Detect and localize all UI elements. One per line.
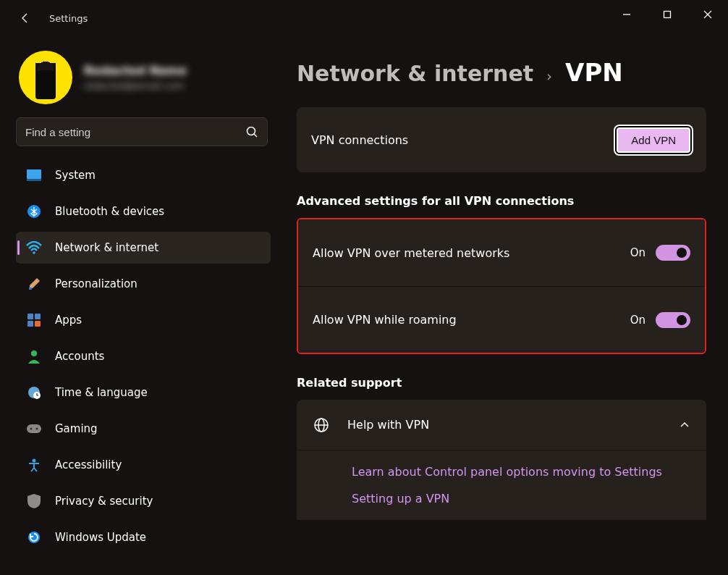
globe-help-icon — [313, 416, 330, 434]
sidebar-item-time-language[interactable]: Time & language — [16, 377, 271, 408]
gamepad-icon — [26, 421, 42, 437]
bluetooth-icon — [26, 203, 42, 219]
breadcrumb-parent[interactable]: Network & internet — [297, 61, 533, 86]
svg-rect-12 — [35, 321, 41, 327]
allow-vpn-metered-label: Allow VPN over metered networks — [313, 246, 509, 260]
clock-globe-icon — [26, 385, 42, 400]
advanced-settings-group: Allow VPN over metered networks On Allow… — [297, 218, 706, 354]
sidebar-item-label: Personalization — [55, 277, 137, 290]
svg-point-17 — [30, 428, 33, 430]
avatar — [19, 51, 72, 104]
sidebar-item-apps[interactable]: Apps — [16, 304, 271, 336]
support-links: Learn about Control panel options moving… — [297, 450, 706, 520]
svg-rect-10 — [35, 314, 41, 319]
sidebar-item-label: System — [55, 169, 96, 182]
svg-rect-5 — [27, 179, 41, 181]
maximize-button[interactable] — [647, 0, 687, 29]
sidebar-item-label: Accounts — [55, 350, 104, 363]
add-vpn-button[interactable]: Add VPN — [615, 126, 692, 154]
minimize-icon — [622, 10, 631, 19]
help-with-vpn-label: Help with VPN — [347, 418, 429, 432]
window-controls — [606, 0, 728, 29]
allow-vpn-metered-row: Allow VPN over metered networks On — [298, 219, 705, 286]
close-icon — [703, 10, 712, 19]
search-input[interactable] — [25, 126, 245, 138]
sidebar-item-label: Network & internet — [55, 241, 158, 254]
chevron-up-icon — [679, 419, 690, 431]
sidebar-item-label: Privacy & security — [55, 495, 153, 508]
sidebar-item-label: Windows Update — [55, 531, 146, 544]
allow-vpn-roaming-row: Allow VPN while roaming On — [298, 286, 705, 353]
wifi-icon — [26, 240, 42, 256]
shield-icon — [26, 493, 42, 509]
sidebar-item-system[interactable]: System — [16, 159, 271, 191]
sidebar-item-windows-update[interactable]: Windows Update — [16, 521, 271, 553]
app-title: Settings — [49, 13, 88, 24]
user-name: Redacted Name — [84, 64, 187, 77]
sidebar-item-personalization[interactable]: Personalization — [16, 268, 271, 300]
search-box[interactable] — [16, 117, 268, 146]
svg-rect-9 — [27, 314, 33, 319]
sidebar-item-bluetooth[interactable]: Bluetooth & devices — [16, 196, 271, 227]
sidebar-item-privacy[interactable]: Privacy & security — [16, 485, 271, 517]
svg-point-18 — [36, 428, 38, 430]
sidebar-item-network[interactable]: Network & internet — [16, 232, 271, 264]
close-button[interactable] — [687, 0, 728, 29]
allow-vpn-roaming-toggle[interactable] — [656, 312, 690, 328]
svg-rect-4 — [27, 169, 41, 179]
sidebar-nav: System Bluetooth & devices Network & int… — [16, 159, 268, 558]
svg-point-13 — [31, 351, 37, 356]
sidebar-item-accessibility[interactable]: Accessibility — [16, 449, 271, 481]
allow-vpn-roaming-state: On — [630, 314, 646, 327]
link-setting-up-vpn[interactable]: Setting up a VPN — [352, 492, 690, 505]
vpn-connections-label: VPN connections — [311, 133, 408, 147]
update-icon — [26, 529, 42, 545]
back-button[interactable] — [14, 7, 36, 29]
sidebar-item-label: Accessibility — [55, 458, 122, 471]
chevron-right-icon: › — [546, 67, 552, 85]
link-control-panel-options[interactable]: Learn about Control panel options moving… — [352, 465, 690, 479]
search-icon — [245, 125, 258, 138]
related-support-heading: Related support — [297, 376, 706, 390]
user-block[interactable]: Redacted Name redacted@email.com — [16, 51, 268, 104]
sidebar-item-label: Time & language — [55, 386, 148, 399]
minimize-button[interactable] — [606, 0, 647, 29]
sidebar-item-label: Gaming — [55, 422, 98, 435]
breadcrumb: Network & internet › VPN — [297, 58, 706, 87]
advanced-heading: Advanced settings for all VPN connection… — [297, 194, 706, 208]
user-email: redacted@email.com — [84, 80, 187, 91]
svg-rect-8 — [29, 288, 32, 290]
sidebar: Redacted Name redacted@email.com System … — [0, 36, 282, 575]
apps-icon — [26, 312, 42, 328]
paintbrush-icon — [26, 276, 42, 292]
help-with-vpn-header[interactable]: Help with VPN — [297, 400, 706, 450]
allow-vpn-metered-state: On — [630, 246, 646, 259]
system-icon — [26, 167, 42, 183]
svg-point-19 — [33, 459, 36, 463]
svg-rect-1 — [664, 12, 671, 18]
maximize-icon — [663, 10, 672, 19]
svg-line-3 — [254, 134, 257, 137]
person-icon — [26, 348, 42, 364]
svg-rect-11 — [27, 321, 33, 327]
svg-point-7 — [33, 251, 35, 254]
support-card: Help with VPN Learn about Control panel … — [297, 400, 706, 520]
main-content: Network & internet › VPN VPN connections… — [282, 36, 728, 575]
svg-rect-16 — [27, 424, 41, 433]
arrow-left-icon — [20, 12, 31, 24]
allow-vpn-roaming-label: Allow VPN while roaming — [313, 313, 457, 327]
sidebar-item-label: Apps — [55, 314, 82, 327]
accessibility-icon — [26, 457, 42, 473]
vpn-connections-card: VPN connections Add VPN — [297, 107, 706, 172]
sidebar-item-label: Bluetooth & devices — [55, 205, 164, 218]
sidebar-item-accounts[interactable]: Accounts — [16, 340, 271, 372]
sidebar-item-gaming[interactable]: Gaming — [16, 413, 271, 445]
allow-vpn-metered-toggle[interactable] — [656, 245, 690, 261]
breadcrumb-current: VPN — [565, 58, 623, 87]
svg-point-2 — [247, 127, 255, 135]
